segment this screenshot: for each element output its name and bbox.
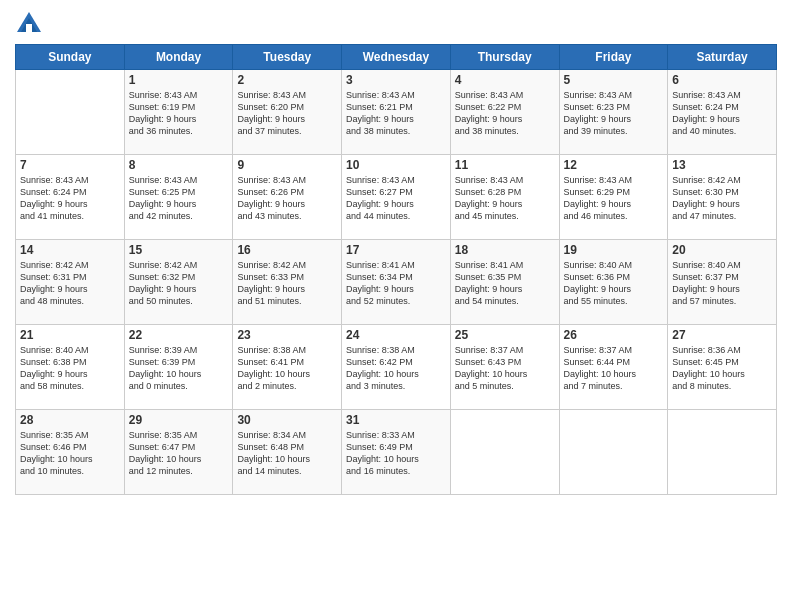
page-header <box>15 10 777 38</box>
logo <box>15 10 47 38</box>
calendar-cell: 17Sunrise: 8:41 AM Sunset: 6:34 PM Dayli… <box>342 240 451 325</box>
day-number: 11 <box>455 158 555 172</box>
day-number: 5 <box>564 73 664 87</box>
weekday-header-wednesday: Wednesday <box>342 45 451 70</box>
day-info: Sunrise: 8:40 AM Sunset: 6:37 PM Dayligh… <box>672 259 772 308</box>
day-info: Sunrise: 8:42 AM Sunset: 6:31 PM Dayligh… <box>20 259 120 308</box>
day-number: 19 <box>564 243 664 257</box>
weekday-header-tuesday: Tuesday <box>233 45 342 70</box>
calendar-cell: 15Sunrise: 8:42 AM Sunset: 6:32 PM Dayli… <box>124 240 233 325</box>
calendar-cell <box>16 70 125 155</box>
day-number: 21 <box>20 328 120 342</box>
day-info: Sunrise: 8:34 AM Sunset: 6:48 PM Dayligh… <box>237 429 337 478</box>
calendar-cell: 4Sunrise: 8:43 AM Sunset: 6:22 PM Daylig… <box>450 70 559 155</box>
calendar-cell: 10Sunrise: 8:43 AM Sunset: 6:27 PM Dayli… <box>342 155 451 240</box>
day-info: Sunrise: 8:43 AM Sunset: 6:23 PM Dayligh… <box>564 89 664 138</box>
weekday-header-saturday: Saturday <box>668 45 777 70</box>
calendar-cell: 3Sunrise: 8:43 AM Sunset: 6:21 PM Daylig… <box>342 70 451 155</box>
calendar-cell: 14Sunrise: 8:42 AM Sunset: 6:31 PM Dayli… <box>16 240 125 325</box>
day-info: Sunrise: 8:42 AM Sunset: 6:30 PM Dayligh… <box>672 174 772 223</box>
calendar-cell: 2Sunrise: 8:43 AM Sunset: 6:20 PM Daylig… <box>233 70 342 155</box>
weekday-row: SundayMondayTuesdayWednesdayThursdayFrid… <box>16 45 777 70</box>
day-number: 25 <box>455 328 555 342</box>
day-info: Sunrise: 8:43 AM Sunset: 6:24 PM Dayligh… <box>672 89 772 138</box>
day-info: Sunrise: 8:43 AM Sunset: 6:21 PM Dayligh… <box>346 89 446 138</box>
day-info: Sunrise: 8:36 AM Sunset: 6:45 PM Dayligh… <box>672 344 772 393</box>
calendar-cell: 12Sunrise: 8:43 AM Sunset: 6:29 PM Dayli… <box>559 155 668 240</box>
logo-icon <box>15 10 43 38</box>
day-info: Sunrise: 8:43 AM Sunset: 6:26 PM Dayligh… <box>237 174 337 223</box>
calendar-week-4: 21Sunrise: 8:40 AM Sunset: 6:38 PM Dayli… <box>16 325 777 410</box>
day-info: Sunrise: 8:43 AM Sunset: 6:27 PM Dayligh… <box>346 174 446 223</box>
weekday-header-monday: Monday <box>124 45 233 70</box>
day-info: Sunrise: 8:41 AM Sunset: 6:35 PM Dayligh… <box>455 259 555 308</box>
day-info: Sunrise: 8:39 AM Sunset: 6:39 PM Dayligh… <box>129 344 229 393</box>
calendar-cell: 18Sunrise: 8:41 AM Sunset: 6:35 PM Dayli… <box>450 240 559 325</box>
calendar-cell: 30Sunrise: 8:34 AM Sunset: 6:48 PM Dayli… <box>233 410 342 495</box>
svg-rect-2 <box>26 24 32 32</box>
day-number: 27 <box>672 328 772 342</box>
calendar-week-3: 14Sunrise: 8:42 AM Sunset: 6:31 PM Dayli… <box>16 240 777 325</box>
day-info: Sunrise: 8:41 AM Sunset: 6:34 PM Dayligh… <box>346 259 446 308</box>
day-number: 31 <box>346 413 446 427</box>
day-info: Sunrise: 8:38 AM Sunset: 6:41 PM Dayligh… <box>237 344 337 393</box>
calendar-cell: 9Sunrise: 8:43 AM Sunset: 6:26 PM Daylig… <box>233 155 342 240</box>
day-number: 2 <box>237 73 337 87</box>
day-info: Sunrise: 8:33 AM Sunset: 6:49 PM Dayligh… <box>346 429 446 478</box>
day-number: 10 <box>346 158 446 172</box>
calendar-cell: 25Sunrise: 8:37 AM Sunset: 6:43 PM Dayli… <box>450 325 559 410</box>
day-number: 30 <box>237 413 337 427</box>
day-info: Sunrise: 8:43 AM Sunset: 6:29 PM Dayligh… <box>564 174 664 223</box>
day-info: Sunrise: 8:35 AM Sunset: 6:47 PM Dayligh… <box>129 429 229 478</box>
weekday-header-friday: Friday <box>559 45 668 70</box>
day-info: Sunrise: 8:37 AM Sunset: 6:44 PM Dayligh… <box>564 344 664 393</box>
calendar-cell: 28Sunrise: 8:35 AM Sunset: 6:46 PM Dayli… <box>16 410 125 495</box>
calendar-body: 1Sunrise: 8:43 AM Sunset: 6:19 PM Daylig… <box>16 70 777 495</box>
calendar-cell <box>450 410 559 495</box>
day-number: 14 <box>20 243 120 257</box>
calendar-week-1: 1Sunrise: 8:43 AM Sunset: 6:19 PM Daylig… <box>16 70 777 155</box>
day-info: Sunrise: 8:42 AM Sunset: 6:32 PM Dayligh… <box>129 259 229 308</box>
day-info: Sunrise: 8:43 AM Sunset: 6:28 PM Dayligh… <box>455 174 555 223</box>
day-info: Sunrise: 8:37 AM Sunset: 6:43 PM Dayligh… <box>455 344 555 393</box>
calendar-cell: 29Sunrise: 8:35 AM Sunset: 6:47 PM Dayli… <box>124 410 233 495</box>
calendar-cell <box>668 410 777 495</box>
day-number: 17 <box>346 243 446 257</box>
calendar-cell: 8Sunrise: 8:43 AM Sunset: 6:25 PM Daylig… <box>124 155 233 240</box>
day-info: Sunrise: 8:43 AM Sunset: 6:20 PM Dayligh… <box>237 89 337 138</box>
day-number: 7 <box>20 158 120 172</box>
calendar-cell: 5Sunrise: 8:43 AM Sunset: 6:23 PM Daylig… <box>559 70 668 155</box>
day-info: Sunrise: 8:40 AM Sunset: 6:36 PM Dayligh… <box>564 259 664 308</box>
day-number: 24 <box>346 328 446 342</box>
day-number: 26 <box>564 328 664 342</box>
calendar-header: SundayMondayTuesdayWednesdayThursdayFrid… <box>16 45 777 70</box>
calendar-cell: 23Sunrise: 8:38 AM Sunset: 6:41 PM Dayli… <box>233 325 342 410</box>
calendar-week-5: 28Sunrise: 8:35 AM Sunset: 6:46 PM Dayli… <box>16 410 777 495</box>
calendar-week-2: 7Sunrise: 8:43 AM Sunset: 6:24 PM Daylig… <box>16 155 777 240</box>
calendar-page: SundayMondayTuesdayWednesdayThursdayFrid… <box>0 0 792 612</box>
day-info: Sunrise: 8:43 AM Sunset: 6:25 PM Dayligh… <box>129 174 229 223</box>
day-number: 12 <box>564 158 664 172</box>
calendar-cell: 11Sunrise: 8:43 AM Sunset: 6:28 PM Dayli… <box>450 155 559 240</box>
day-number: 15 <box>129 243 229 257</box>
weekday-header-thursday: Thursday <box>450 45 559 70</box>
day-number: 1 <box>129 73 229 87</box>
calendar-cell: 7Sunrise: 8:43 AM Sunset: 6:24 PM Daylig… <box>16 155 125 240</box>
day-number: 28 <box>20 413 120 427</box>
day-number: 23 <box>237 328 337 342</box>
calendar-cell: 6Sunrise: 8:43 AM Sunset: 6:24 PM Daylig… <box>668 70 777 155</box>
day-info: Sunrise: 8:43 AM Sunset: 6:24 PM Dayligh… <box>20 174 120 223</box>
day-number: 8 <box>129 158 229 172</box>
day-number: 4 <box>455 73 555 87</box>
day-info: Sunrise: 8:40 AM Sunset: 6:38 PM Dayligh… <box>20 344 120 393</box>
calendar-cell: 1Sunrise: 8:43 AM Sunset: 6:19 PM Daylig… <box>124 70 233 155</box>
calendar-cell: 22Sunrise: 8:39 AM Sunset: 6:39 PM Dayli… <box>124 325 233 410</box>
day-info: Sunrise: 8:35 AM Sunset: 6:46 PM Dayligh… <box>20 429 120 478</box>
day-info: Sunrise: 8:43 AM Sunset: 6:22 PM Dayligh… <box>455 89 555 138</box>
day-info: Sunrise: 8:38 AM Sunset: 6:42 PM Dayligh… <box>346 344 446 393</box>
day-number: 29 <box>129 413 229 427</box>
calendar-cell: 21Sunrise: 8:40 AM Sunset: 6:38 PM Dayli… <box>16 325 125 410</box>
day-info: Sunrise: 8:42 AM Sunset: 6:33 PM Dayligh… <box>237 259 337 308</box>
day-number: 22 <box>129 328 229 342</box>
calendar-table: SundayMondayTuesdayWednesdayThursdayFrid… <box>15 44 777 495</box>
